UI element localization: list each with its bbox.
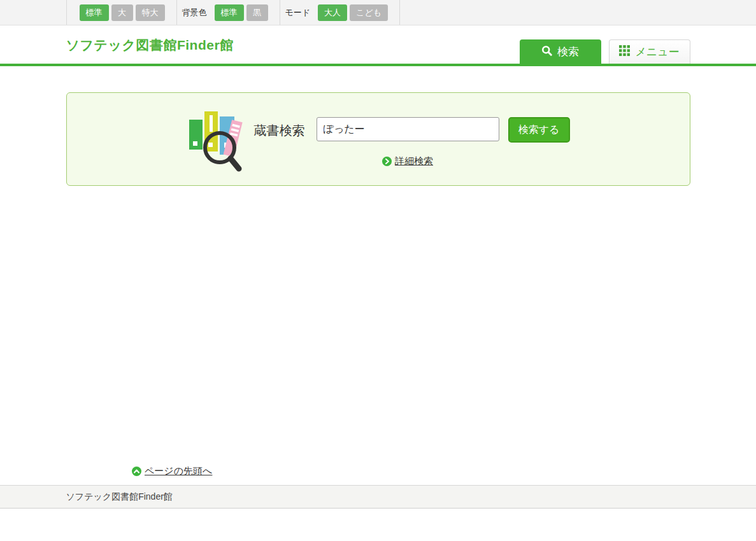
tab-search-label: 検索	[557, 45, 579, 59]
back-to-top: ページの先頭へ	[132, 465, 756, 477]
collection-search-label: 蔵書検索	[254, 122, 305, 139]
bg-standard-button[interactable]: 標準	[215, 4, 244, 21]
tab-menu[interactable]: メニュー	[609, 39, 690, 64]
site-title: ソフテック図書館Finder館	[66, 36, 234, 54]
chevron-up-circle-icon	[132, 467, 141, 476]
font-size-standard-button[interactable]: 標準	[80, 4, 109, 21]
mode-label: モード	[285, 7, 311, 18]
background-color-label: 背景色	[182, 7, 207, 18]
search-icon	[541, 45, 552, 59]
bg-black-button[interactable]: 黒	[246, 4, 268, 21]
advanced-search-link[interactable]: 詳細検索	[395, 155, 433, 167]
font-size-group: 標準 大 特大	[66, 0, 176, 25]
menu-grid-icon	[619, 45, 630, 59]
back-to-top-link[interactable]: ページの先頭へ	[145, 465, 212, 477]
search-input[interactable]	[317, 117, 499, 141]
tab-search[interactable]: 検索	[520, 39, 601, 64]
tab-menu-label: メニュー	[635, 45, 679, 59]
font-size-large-button[interactable]: 大	[111, 4, 133, 21]
footer-site-name: ソフテック図書館Finder館	[66, 491, 173, 502]
books-magnifier-icon	[187, 109, 245, 176]
background-color-group: 背景色 標準 黒	[176, 0, 280, 25]
header-tabs: 検索 メニュー	[520, 39, 690, 64]
mode-child-button[interactable]: こども	[350, 4, 388, 21]
mode-group: モード 大人 こども	[280, 0, 401, 25]
search-submit-button[interactable]: 検索する	[508, 117, 570, 143]
collection-search-panel: 蔵書検索 詳細検索 検索する	[66, 92, 690, 186]
footer: ソフテック図書館Finder館	[0, 485, 756, 509]
chevron-right-circle-icon	[382, 157, 392, 166]
font-size-xlarge-button[interactable]: 特大	[136, 4, 165, 21]
main-content: 蔵書検索 詳細検索 検索する	[0, 66, 756, 485]
utility-bar: 標準 大 特大 背景色 標準 黒 モード 大人 こども	[0, 0, 756, 25]
mode-adult-button[interactable]: 大人	[318, 4, 347, 21]
header: ソフテック図書館Finder館 検索	[0, 25, 756, 64]
